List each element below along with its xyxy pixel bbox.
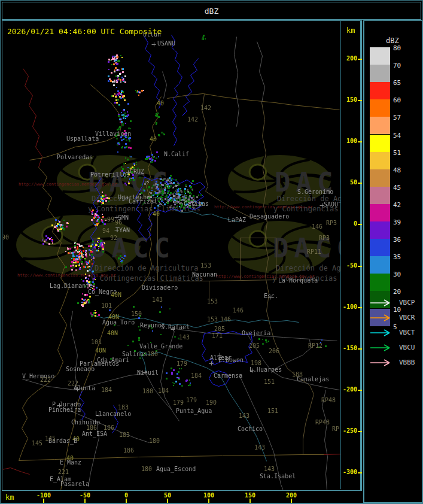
y-tick-mark	[358, 348, 362, 350]
map-label-number: RP48	[321, 397, 336, 403]
vector-legend-row: VBCR	[369, 314, 422, 322]
radar-map: DACCDACCDACCDACCDirección de Agricultura…	[3, 22, 340, 490]
scale-color-box	[370, 82, 390, 99]
map-label-place: S.Rafael	[161, 324, 190, 330]
map-label-number: 142	[187, 116, 198, 123]
map-label-place: LaPAZ	[228, 217, 246, 223]
vector-arrow-icon	[369, 344, 393, 352]
map-label-place: AJunta	[74, 385, 95, 391]
map-label-number: 222	[40, 377, 51, 383]
scale-color-box	[370, 135, 390, 152]
map-label-number: 183	[119, 432, 130, 438]
map-label-place: Esc.	[264, 293, 278, 299]
scale-value-label: 35	[393, 253, 411, 261]
vector-legend-row: VBBB	[369, 359, 422, 367]
map-label-place: Lag.Diamante	[50, 283, 93, 289]
timestamp-label: 2026/01/21 04:46:00 UTC Composite	[7, 27, 162, 36]
y-tick-mark	[358, 266, 362, 267]
map-label-number: 96	[115, 219, 122, 226]
y-tick-label: 150	[342, 96, 357, 103]
map-label-number: 180	[147, 351, 158, 357]
scale-color-box	[370, 47, 390, 65]
x-tick-label: 200	[282, 492, 300, 499]
y-tick-mark	[358, 100, 362, 101]
y-tick-mark	[358, 307, 362, 308]
map-label-place: Sta.Isabel	[260, 473, 296, 479]
map-label-number: 179	[176, 360, 187, 367]
y-tick-label: 0	[342, 220, 357, 227]
map-label-number: 180	[141, 466, 152, 472]
map-label-number: 184	[101, 387, 112, 393]
map-label-number: 184	[191, 372, 202, 379]
map-label-place: SAOU	[324, 201, 338, 208]
map-label-number: 145	[45, 435, 56, 442]
map-label-number: RP3	[319, 235, 330, 241]
map-label-number: 153	[207, 316, 218, 323]
map-label-number: RP11	[307, 248, 321, 255]
scale-value-label: 39	[393, 218, 411, 226]
map-label-place: Ant_ESA	[82, 430, 107, 437]
scale-color-box	[370, 99, 390, 117]
vector-arrow-icon	[369, 329, 393, 337]
x-tick-label: 50	[159, 492, 176, 499]
map-label-number: 153	[207, 298, 218, 305]
map-label-number: 40	[153, 211, 160, 217]
y-tick-mark	[358, 59, 362, 60]
map-label-number: RP	[332, 426, 339, 432]
map-label-number: 150	[131, 311, 142, 317]
radar-app-window: dBZ DACCDACCDACCDACCDirección de Agricul…	[0, 0, 423, 504]
map-label-place: Potrerillos	[90, 171, 130, 178]
map-label-place: Carmensa	[214, 372, 242, 379]
map-label-number: 183	[118, 404, 129, 411]
map-label-number: 186	[123, 447, 134, 454]
map-label-number: 151	[267, 408, 278, 414]
map-label-number: 184	[158, 387, 169, 394]
scale-color-box	[370, 152, 390, 169]
map-label-number: 143	[254, 444, 265, 451]
map-label-number: 179	[173, 399, 184, 406]
scale-value-label: 42	[393, 201, 411, 209]
map-label-number: 40	[150, 136, 157, 142]
radar-echo-canvas	[3, 22, 340, 490]
map-label-number: 40	[66, 455, 74, 462]
map-label-place: Sosneado	[66, 366, 95, 372]
map-label-place: Nihuil	[137, 369, 159, 376]
map-label-number: 205	[214, 326, 225, 332]
y-tick-label: -150	[342, 345, 357, 351]
scale-color-box	[370, 256, 390, 274]
map-label-number: 99	[107, 216, 114, 223]
map-label-place: Polvaredas	[57, 154, 93, 160]
vector-legend-label: VBCR	[399, 314, 415, 321]
map-label-number: 143	[239, 412, 249, 419]
x-tick-label: 150	[241, 492, 259, 499]
y-tick-mark	[358, 141, 362, 142]
map-label-place: Pincheira	[48, 406, 81, 413]
scale-value-label: 45	[393, 184, 411, 192]
map-label-number: 90	[3, 234, 9, 241]
map-label-number: RP3	[326, 220, 337, 226]
map-label-number: RP12	[308, 342, 322, 349]
vector-legend-label: VBCT	[399, 329, 415, 336]
map-label-place: Villavicen	[95, 130, 131, 137]
y-tick-mark	[358, 472, 362, 473]
y-tick-label: -100	[342, 303, 357, 310]
map-label-place: E.Bowen	[218, 357, 244, 363]
map-label-number: 40N	[95, 347, 106, 354]
map-label-place: USANU	[157, 40, 175, 47]
map-label-place: TYAN	[115, 227, 130, 233]
x-tick-label: 0	[117, 492, 135, 499]
x-axis-unit-label: km	[5, 493, 14, 502]
x-tick-label: 100	[200, 492, 218, 499]
scale-value-label: 36	[393, 236, 411, 244]
map-label-number: 40N	[111, 292, 121, 298]
map-label-number: 92	[110, 235, 117, 241]
map-label-place: Llancanelo	[95, 411, 131, 417]
scale-value-label: 51	[393, 149, 411, 157]
y-tick-label: -50	[342, 262, 357, 269]
scale-value-label: 54	[393, 132, 411, 139]
map-label-place: L.Huarpes	[249, 366, 282, 373]
y-tick-label: -250	[342, 427, 357, 434]
y-tick-label: -200	[342, 386, 357, 393]
map-label-number: 190	[206, 399, 217, 406]
vector-legend-label: VBCP	[399, 299, 415, 306]
